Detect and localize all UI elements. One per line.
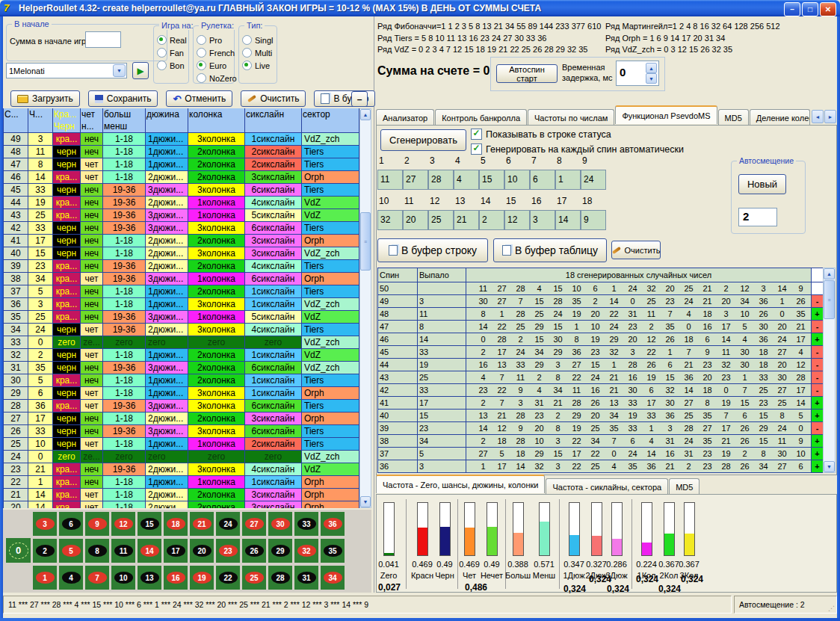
freq-tab-2[interactable]: Частота - сиклайны, сектора — [546, 478, 668, 495]
scroll-up-icon[interactable]: ▲ — [824, 268, 835, 279]
start-sum-input[interactable] — [85, 31, 121, 48]
toolbar-button-undo[interactable]: ↶Отменить — [166, 90, 232, 107]
close-button[interactable]: ✕ — [820, 2, 836, 16]
roulette-number-cell[interactable]: 7 — [85, 566, 109, 590]
roulette-zero-cell[interactable]: 0 — [6, 538, 31, 563]
spin-row[interactable]: 4533217243429362332322179113018274- — [378, 346, 824, 359]
clear-generated-button[interactable]: Очистить — [611, 241, 661, 259]
history-row[interactable]: 363кра...неч1-181дюжи...3колонка1сикслай… — [4, 298, 359, 311]
history-row[interactable]: 4811черннеч1-181дюжи...2колонка2сикслайн… — [4, 146, 359, 158]
radio-option-NoZero[interactable]: NoZero — [197, 72, 234, 84]
spin-row[interactable]: 4811812825241920223111741831026035+ — [378, 308, 824, 321]
scroll-down-icon[interactable]: ▼ — [360, 496, 371, 507]
history-row[interactable]: 375кра...неч1-181дюжи...2колонка1сикслай… — [4, 285, 359, 298]
history-row[interactable]: 4533черннеч19-363дюжи...3колонка6сикслай… — [4, 184, 359, 197]
roulette-number-cell[interactable]: 32 — [294, 539, 318, 563]
history-row[interactable]: 4614кра...чет1-182дюжи...2колонка3сиксла… — [4, 171, 359, 184]
collapse-button[interactable]: – — [351, 91, 368, 107]
radio-option-Euro[interactable]: Euro — [197, 59, 234, 72]
radio-option-Multi[interactable]: Multi — [242, 46, 277, 59]
roulette-number-cell[interactable]: 26 — [242, 539, 266, 563]
roulette-number-cell[interactable]: 3 — [33, 512, 57, 536]
radio-option-French[interactable]: French — [197, 46, 234, 59]
roulette-number-cell[interactable]: 35 — [321, 539, 345, 563]
checkbox-2[interactable]: ✓Генерировать на каждый спин автоматичес… — [471, 143, 684, 155]
tab-scroll-left-icon[interactable]: ◄ — [812, 110, 824, 123]
tab-1[interactable]: Анализатор — [376, 109, 434, 126]
history-scrollbar-thumb[interactable]: ≡ — [360, 212, 371, 271]
radio-option-Real[interactable]: Real — [157, 34, 188, 46]
history-row[interactable]: 2836кра...чет19-363дюжи...3колонка6сиксл… — [4, 400, 359, 413]
play-button[interactable]: ▶ — [132, 62, 149, 79]
tab-6[interactable]: Деление колеса на — [750, 109, 810, 126]
radio-option-Singl[interactable]: Singl — [242, 34, 277, 46]
buffer-table-button[interactable]: В буфер таблицу — [493, 238, 607, 262]
roulette-number-cell[interactable]: 36 — [321, 512, 345, 536]
roulette-number-cell[interactable]: 10 — [111, 566, 135, 590]
spin-row[interactable]: 37527518291517220241416312319283010+ — [378, 448, 824, 460]
title-bar[interactable]: 7 HelperRoullet 4.32- create helperroull… — [0, 0, 840, 16]
roulette-number-cell[interactable]: 17 — [164, 539, 188, 563]
spin-row[interactable]: 40151321282322920341933362535761585+ — [378, 410, 824, 422]
toolbar-button-save[interactable]: Сохранить — [88, 90, 158, 107]
roulette-number-cell[interactable]: 20 — [190, 539, 214, 563]
toolbar-button-brush[interactable]: Очистить — [241, 90, 306, 107]
roulette-number-cell[interactable]: 18 — [164, 512, 188, 536]
maximize-button[interactable]: □ — [802, 2, 818, 16]
roulette-number-cell[interactable]: 13 — [138, 566, 161, 590]
history-row[interactable]: 221кра...неч1-181дюжи...1колонка1сикслай… — [4, 476, 359, 489]
history-row[interactable]: 296чернчет1-181дюжи...3колонка1сикслайнO… — [4, 387, 359, 400]
roulette-number-cell[interactable]: 25 — [242, 566, 266, 590]
roulette-number-cell[interactable]: 8 — [85, 539, 109, 563]
history-row[interactable]: 4015черннеч1-182дюжи...3колонка3сикслайн… — [4, 247, 359, 260]
spin-row[interactable]: 47814222529151102423235016175302021- — [378, 321, 824, 333]
roulette-number-cell[interactable]: 29 — [268, 539, 292, 563]
toolbar-button-open-folder[interactable]: Загрузить — [10, 90, 80, 107]
history-row[interactable]: 3525кра...неч19-363дюжи...1колонка5сиксл… — [4, 311, 359, 324]
roulette-number-cell[interactable]: 19 — [190, 566, 214, 590]
spin-row[interactable]: 411727331212826133317302781915232514+ — [378, 397, 824, 410]
autospin-start-button[interactable]: Автоспин старт — [496, 64, 558, 83]
history-row[interactable]: 2321кра...неч19-362дюжи...3колонка4сиксл… — [4, 463, 359, 476]
spin-row[interactable]: 43254711282224211619153620231333028- — [378, 371, 824, 384]
roulette-number-cell[interactable]: 5 — [59, 539, 83, 563]
spin-scrollbar[interactable]: ▲ ≡ ▼ — [823, 268, 836, 473]
roulette-number-cell[interactable]: 34 — [321, 566, 345, 590]
roulette-number-cell[interactable]: 2 — [33, 539, 57, 563]
roulette-number-cell[interactable]: 21 — [190, 512, 214, 536]
spin-row[interactable]: 49330277152835214025232421203436126- — [378, 295, 824, 308]
roulette-number-cell[interactable]: 9 — [85, 512, 109, 536]
offset-new-button[interactable]: Новый — [738, 174, 786, 194]
history-row[interactable]: 305кра...неч1-181дюжи...2колонка1сикслай… — [4, 374, 359, 387]
roulette-number-cell[interactable]: 12 — [111, 512, 135, 536]
minimize-button[interactable]: – — [784, 2, 800, 16]
history-row[interactable]: 4325кра...неч19-363дюжи...1колонка5сиксл… — [4, 209, 359, 222]
tab-4[interactable]: Функционал PsevdoMS — [615, 105, 717, 124]
radio-option-Fan[interactable]: Fan — [157, 46, 188, 59]
spin-row[interactable]: 3834218281032234764312435212615119+ — [378, 435, 824, 448]
spin-row[interactable]: 3631171432322254353621223282634276+ — [378, 460, 824, 473]
tab-5[interactable]: MD5 — [718, 109, 749, 126]
roulette-number-cell[interactable]: 23 — [216, 539, 240, 563]
spin-row[interactable]: 4419161333293271512826621233230182012- — [378, 359, 824, 371]
tab-3[interactable]: Частоты по числам — [528, 109, 614, 126]
spinner-down-icon[interactable]: ▼ — [646, 73, 657, 84]
spin-row[interactable]: 46140282153081929201226186144362417+ — [378, 333, 824, 346]
radio-option-Bon[interactable]: Bon — [157, 59, 188, 72]
freq-tab-1[interactable]: Частота - Zero, шансы, дюжины, колонки — [376, 475, 545, 493]
roulette-number-cell[interactable]: 24 — [216, 512, 240, 536]
spin-row[interactable]: 39231412920819253533132827172629240- — [378, 422, 824, 435]
history-row[interactable]: 3424чернчет19-362дюжи...3колонка4сикслай… — [4, 324, 359, 336]
buffer-row-button[interactable]: В буфер строку — [377, 238, 488, 262]
radio-option-Pro[interactable]: Pro — [197, 34, 234, 46]
history-row[interactable]: 3834кра...чет19-363дюжи...1колонка6сиксл… — [4, 273, 359, 285]
history-row[interactable]: 4117черннеч1-182дюжи...2колонка3сикслайн… — [4, 235, 359, 247]
history-row[interactable]: 2633черннеч19-363дюжи...3колонка6сикслай… — [4, 425, 359, 438]
generate-button[interactable]: Сгенерировать — [380, 129, 466, 151]
history-row[interactable]: 2717черннеч1-182дюжи...2колонка3сикслайн… — [4, 413, 359, 425]
roulette-number-cell[interactable]: 22 — [216, 566, 240, 590]
delay-spinner[interactable]: 0 ▲ ▼ — [616, 61, 659, 86]
roulette-number-cell[interactable]: 16 — [164, 566, 188, 590]
roulette-number-cell[interactable]: 31 — [294, 566, 318, 590]
checkbox-1[interactable]: ✓Показывать в строке статуса — [471, 129, 611, 140]
